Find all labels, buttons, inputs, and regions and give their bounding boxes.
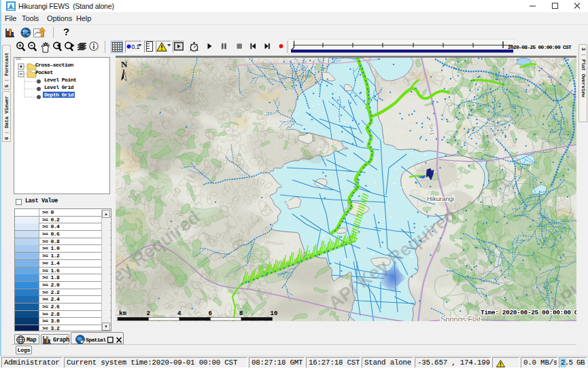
svg-text:4: 4	[177, 310, 181, 317]
svg-text:N: N	[121, 59, 128, 69]
svg-text:2: 2	[147, 310, 150, 317]
svg-text:8: 8	[239, 310, 243, 317]
svg-text:Hikurangi: Hikurangi	[427, 195, 454, 202]
svg-text:6: 6	[209, 310, 212, 317]
svg-text:Time: 2020-08-25 00:00:00 CST: Time: 2020-08-25 00:00:00 CST	[481, 309, 576, 316]
svg-text:10: 10	[271, 310, 278, 317]
svg-text:Springs Flat: Springs Flat	[440, 315, 481, 321]
svg-text:km: km	[119, 310, 126, 317]
